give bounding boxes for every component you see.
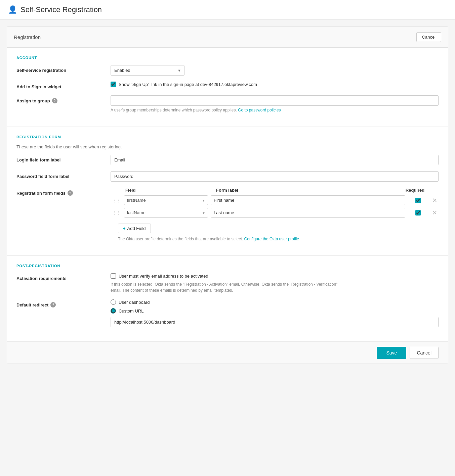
card-title: Registration: [14, 34, 41, 40]
assign-to-group-control: A user's group memberships determine whi…: [111, 95, 439, 112]
required-checkbox-lastname[interactable]: [415, 210, 421, 216]
default-redirect-label: Default redirect ?: [16, 299, 111, 307]
self-service-registration-control: Disabled Enabled ▼: [111, 65, 439, 76]
field-row-firstname: ⋮⋮ firstName lastName email ▼ ✕: [111, 195, 439, 205]
default-redirect-row: Default redirect ? User dashboard Custom…: [16, 299, 439, 327]
radio-user-dashboard[interactable]: [111, 299, 116, 305]
password-policies-link[interactable]: Go to password policies: [238, 108, 281, 112]
form-fields-control: Field Form label Required ⋮⋮ firstName l…: [111, 188, 439, 241]
activation-requirements-control: User must verify email address to be act…: [111, 273, 439, 293]
activation-checkbox[interactable]: [111, 273, 116, 279]
radio-user-dashboard-label: User dashboard: [119, 300, 150, 305]
password-field-label: Password field form label: [16, 171, 111, 179]
password-field-control: [111, 171, 439, 182]
self-service-select-wrapper: Disabled Enabled ▼: [111, 65, 184, 76]
add-to-signin-row: Add to Sign-In widget Show "Sign Up" lin…: [16, 82, 439, 89]
main-card: Registration Cancel ACCOUNT Self-service…: [7, 27, 448, 364]
required-checkbox-wrap-lastname: [408, 210, 428, 216]
radio-row-custom-url: Custom URL: [111, 308, 439, 314]
account-section: ACCOUNT Self-service registration Disabl…: [7, 48, 448, 127]
add-to-signin-checkbox-row: Show "Sign Up" link in the sign-in page …: [111, 82, 439, 87]
self-service-registration-label: Self-service registration: [16, 65, 111, 73]
assign-to-group-label: Assign to group ?: [16, 95, 111, 103]
drag-handle-lastname[interactable]: ⋮⋮: [111, 210, 121, 216]
radio-row-user-dashboard: User dashboard: [111, 299, 439, 305]
account-section-title: ACCOUNT: [16, 56, 439, 60]
login-field-control: [111, 155, 439, 165]
form-fields-help-icon: ?: [68, 190, 73, 196]
radio-custom-url[interactable]: [111, 308, 116, 314]
login-field-label: Login field form label: [16, 155, 111, 162]
plus-icon: +: [123, 226, 126, 231]
password-field-row: Password field form label: [16, 171, 439, 182]
remove-button-lastname[interactable]: ✕: [431, 210, 439, 216]
drag-handle-firstname[interactable]: ⋮⋮: [111, 198, 121, 203]
field-row-lastname: ⋮⋮ firstName lastName email ▼ ✕: [111, 208, 439, 218]
activation-checkbox-label: User must verify email address to be act…: [119, 274, 208, 279]
page-title: Self-Service Registration: [20, 5, 102, 14]
add-field-label: Add Field: [127, 226, 146, 231]
activation-requirements-row: Activation requirements User must verify…: [16, 273, 439, 293]
save-button[interactable]: Save: [377, 347, 406, 359]
radio-custom-url-label: Custom URL: [119, 308, 143, 314]
field-label-input-lastname[interactable]: [211, 208, 405, 218]
field-select-wrap-lastname: firstName lastName email ▼: [124, 208, 208, 218]
default-redirect-help-icon: ?: [50, 302, 56, 307]
person-icon: 👤: [8, 5, 17, 14]
registration-form-fields-label: Registration form fields ?: [16, 188, 111, 196]
redirect-radio-group: User dashboard Custom URL: [111, 299, 439, 314]
login-field-row: Login field form label: [16, 155, 439, 165]
form-fields-hint: The Okta user profile determines the fie…: [118, 237, 439, 241]
page-header: 👤 Self-Service Registration: [0, 0, 455, 20]
self-service-registration-row: Self-service registration Disabled Enabl…: [16, 65, 439, 76]
field-select-lastname[interactable]: firstName lastName email: [124, 208, 208, 218]
login-field-input[interactable]: [111, 155, 439, 165]
registration-form-description: These are the fields the user will see w…: [16, 144, 439, 149]
field-select-firstname[interactable]: firstName lastName email: [124, 195, 208, 205]
remove-button-firstname[interactable]: ✕: [431, 197, 439, 203]
activation-requirements-label: Activation requirements: [16, 273, 111, 281]
cancel-button-header[interactable]: Cancel: [416, 32, 441, 42]
required-checkbox-wrap-firstname: [408, 198, 428, 203]
registration-form-section: REGISTRATION FORM These are the fields t…: [7, 127, 448, 256]
add-field-button[interactable]: + Add Field: [118, 224, 151, 233]
registration-form-section-title: REGISTRATION FORM: [16, 135, 439, 139]
add-to-signin-checkbox-label: Show "Sign Up" link in the sign-in page …: [119, 82, 257, 87]
custom-url-wrapper: [111, 317, 439, 327]
field-label-input-firstname[interactable]: [211, 195, 405, 205]
registration-form-fields-row: Registration form fields ? Field Form la…: [16, 188, 439, 241]
password-field-input[interactable]: [111, 171, 439, 182]
post-registration-section: POST-REGISTRATION Activation requirement…: [7, 256, 448, 342]
self-service-registration-select[interactable]: Disabled Enabled: [111, 65, 184, 76]
assign-to-group-row: Assign to group ? A user's group members…: [16, 95, 439, 112]
form-fields-table-header: Field Form label Required: [111, 188, 439, 195]
post-registration-section-title: POST-REGISTRATION: [16, 264, 439, 268]
default-redirect-control: User dashboard Custom URL: [111, 299, 439, 327]
field-col-header: Field: [125, 188, 216, 193]
page-footer: Save Cancel: [7, 342, 448, 364]
add-to-signin-checkbox[interactable]: [111, 82, 116, 87]
field-select-wrap-firstname: firstName lastName email ▼: [124, 195, 208, 205]
custom-url-input[interactable]: [111, 317, 439, 327]
activation-description: If this option is selected, Okta sends t…: [111, 281, 339, 293]
assign-to-group-hint: A user's group memberships determine whi…: [111, 108, 439, 112]
assign-to-group-input[interactable]: [111, 95, 439, 106]
add-to-signin-control: Show "Sign Up" link in the sign-in page …: [111, 82, 439, 87]
assign-to-group-help-icon: ?: [52, 98, 57, 103]
activation-checkbox-row: User must verify email address to be act…: [111, 273, 439, 279]
add-to-signin-label: Add to Sign-In widget: [16, 82, 111, 89]
required-col-header: Required: [402, 188, 428, 193]
configure-profile-link[interactable]: Configure the Okta user profile: [244, 237, 299, 241]
required-checkbox-firstname[interactable]: [415, 198, 421, 203]
card-header: Registration Cancel: [7, 27, 448, 48]
form-label-col-header: Form label: [216, 188, 402, 193]
cancel-button-footer[interactable]: Cancel: [410, 347, 439, 359]
